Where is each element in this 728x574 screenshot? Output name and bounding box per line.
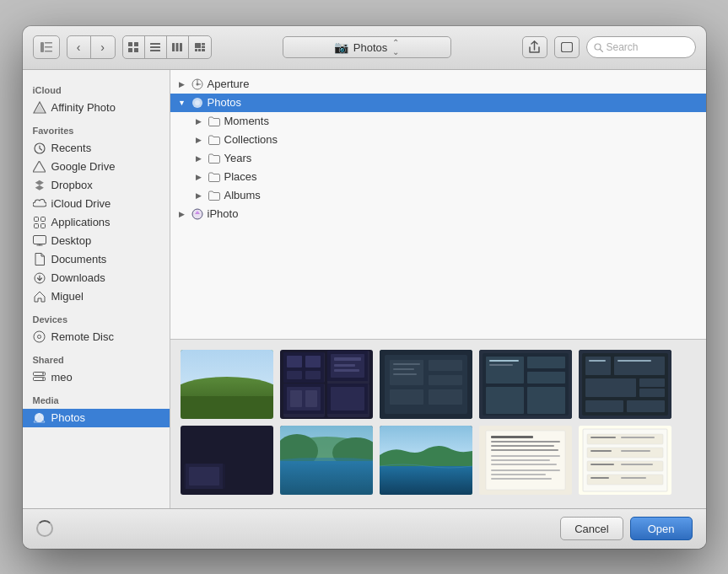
folder-years-icon bbox=[208, 152, 221, 165]
svg-rect-53 bbox=[305, 371, 321, 379]
back-button[interactable]: ‹ bbox=[67, 36, 91, 58]
sidebar-toggle-group bbox=[33, 35, 60, 59]
location-dropdown[interactable]: 📷 Photos ⌃⌄ bbox=[283, 36, 451, 58]
svg-rect-58 bbox=[334, 369, 359, 372]
sidebar-item-applications[interactable]: Applications bbox=[23, 213, 170, 232]
svg-rect-96 bbox=[189, 467, 219, 485]
sidebar-item-desktop[interactable]: Desktop bbox=[23, 232, 170, 250]
sidebar-toggle-button[interactable] bbox=[34, 36, 59, 58]
svg-rect-28 bbox=[40, 217, 45, 221]
svg-rect-19 bbox=[202, 49, 205, 51]
list-view-button[interactable] bbox=[145, 36, 167, 58]
sidebar-item-remote-disc[interactable]: Remote Disc bbox=[23, 328, 170, 346]
svg-rect-69 bbox=[429, 375, 462, 385]
downloads-label: Downloads bbox=[51, 271, 105, 284]
svg-rect-122 bbox=[587, 475, 663, 485]
thumbnail-grid bbox=[170, 340, 706, 508]
svg-rect-4 bbox=[128, 42, 132, 46]
sidebar-item-photos[interactable]: Photos bbox=[23, 409, 170, 427]
iphoto-label: iPhoto bbox=[208, 207, 239, 220]
thumbnail-9[interactable] bbox=[579, 426, 671, 495]
search-box[interactable]: Search bbox=[586, 36, 696, 58]
expand-aperture[interactable]: ▶ bbox=[177, 79, 187, 89]
svg-rect-31 bbox=[33, 236, 46, 244]
svg-rect-93 bbox=[589, 360, 606, 362]
thumbnail-8[interactable] bbox=[479, 426, 572, 495]
desktop-label: Desktop bbox=[51, 234, 92, 247]
tree-item-photos[interactable]: ▼ Photos bbox=[170, 94, 706, 112]
svg-point-34 bbox=[38, 335, 41, 339]
svg-rect-124 bbox=[590, 450, 612, 452]
tree-item-iphoto[interactable]: ▶ iPhoto bbox=[170, 205, 706, 223]
svg-rect-71 bbox=[429, 389, 462, 405]
aperture-icon bbox=[191, 78, 204, 91]
svg-line-22 bbox=[600, 49, 602, 51]
tree-item-albums[interactable]: ▶ Albums bbox=[170, 186, 706, 205]
column-view-button[interactable] bbox=[167, 36, 189, 58]
sidebar-item-google-drive[interactable]: Google Drive bbox=[23, 158, 170, 176]
forward-button[interactable]: › bbox=[91, 36, 115, 58]
tree-item-aperture[interactable]: ▶ Aperture bbox=[170, 75, 706, 94]
sidebar-item-miguel[interactable]: Miguel bbox=[23, 287, 170, 306]
open-button[interactable]: Open bbox=[630, 517, 693, 540]
expand-iphoto[interactable]: ▶ bbox=[177, 209, 187, 219]
svg-rect-92 bbox=[627, 400, 665, 412]
tree-item-moments[interactable]: ▶ Moments bbox=[170, 112, 706, 131]
thumbnail-2[interactable] bbox=[380, 350, 472, 419]
moments-label: Moments bbox=[224, 115, 269, 127]
thumbnail-0[interactable] bbox=[181, 350, 273, 419]
tree-item-places[interactable]: ▶ Places bbox=[170, 168, 706, 186]
photos-icon bbox=[33, 411, 46, 425]
folder-collections-icon bbox=[208, 133, 221, 147]
cancel-button[interactable]: Cancel bbox=[560, 517, 623, 540]
dropbox-icon bbox=[33, 179, 46, 192]
tag-button[interactable] bbox=[554, 36, 580, 58]
thumbnail-5[interactable] bbox=[181, 426, 273, 495]
thumbnail-4[interactable] bbox=[579, 350, 671, 419]
svg-rect-80 bbox=[486, 387, 524, 414]
svg-rect-12 bbox=[176, 43, 179, 51]
expand-albums[interactable]: ▶ bbox=[194, 190, 204, 201]
svg-rect-78 bbox=[527, 357, 565, 368]
tree-item-collections[interactable]: ▶ Collections bbox=[170, 131, 706, 149]
svg-point-102 bbox=[280, 458, 373, 464]
thumbnail-1[interactable] bbox=[280, 350, 373, 419]
expand-photos[interactable]: ▼ bbox=[177, 98, 187, 108]
svg-rect-20 bbox=[561, 43, 572, 52]
sidebar-item-affinity-photo[interactable]: Affinity Photo bbox=[23, 99, 170, 117]
expand-moments[interactable]: ▶ bbox=[194, 116, 204, 126]
sidebar-item-icloud-drive[interactable]: iCloud Drive bbox=[23, 195, 170, 213]
gallery-view-button[interactable] bbox=[189, 36, 211, 58]
svg-rect-10 bbox=[150, 50, 160, 51]
svg-rect-129 bbox=[621, 464, 653, 465]
meo-label: meo bbox=[51, 371, 73, 384]
toolbar: ‹ › bbox=[23, 26, 706, 70]
svg-rect-57 bbox=[334, 364, 355, 367]
svg-rect-94 bbox=[617, 360, 651, 362]
svg-rect-107 bbox=[491, 436, 533, 438]
svg-rect-0 bbox=[40, 42, 44, 52]
expand-places[interactable]: ▶ bbox=[194, 172, 204, 182]
svg-rect-121 bbox=[587, 461, 663, 471]
sidebar-item-meo[interactable]: meo bbox=[23, 368, 170, 387]
sidebar-item-dropbox[interactable]: Dropbox bbox=[23, 176, 170, 195]
sidebar-item-documents[interactable]: Documents bbox=[23, 250, 170, 269]
google-drive-label: Google Drive bbox=[51, 160, 116, 173]
tree-item-years[interactable]: ▶ Years bbox=[170, 149, 706, 168]
svg-rect-110 bbox=[491, 449, 558, 451]
thumbnail-7[interactable] bbox=[380, 426, 472, 495]
expand-years[interactable]: ▶ bbox=[194, 153, 204, 164]
icon-view-button[interactable] bbox=[123, 36, 145, 58]
svg-rect-11 bbox=[172, 43, 175, 51]
thumbnail-3[interactable] bbox=[479, 350, 572, 419]
expand-collections[interactable]: ▶ bbox=[194, 135, 204, 145]
right-panel: ▶ Aperture ▼ bbox=[170, 70, 706, 508]
share-button[interactable] bbox=[522, 36, 547, 58]
thumbnail-6[interactable] bbox=[280, 426, 373, 495]
chevron-icon: ⌃⌄ bbox=[392, 38, 399, 56]
svg-rect-64 bbox=[331, 387, 364, 410]
sidebar-item-recents[interactable]: Recents bbox=[23, 139, 170, 158]
sidebar-item-downloads[interactable]: Downloads bbox=[23, 269, 170, 287]
photos-tree-icon bbox=[191, 96, 204, 110]
svg-rect-112 bbox=[491, 459, 550, 461]
